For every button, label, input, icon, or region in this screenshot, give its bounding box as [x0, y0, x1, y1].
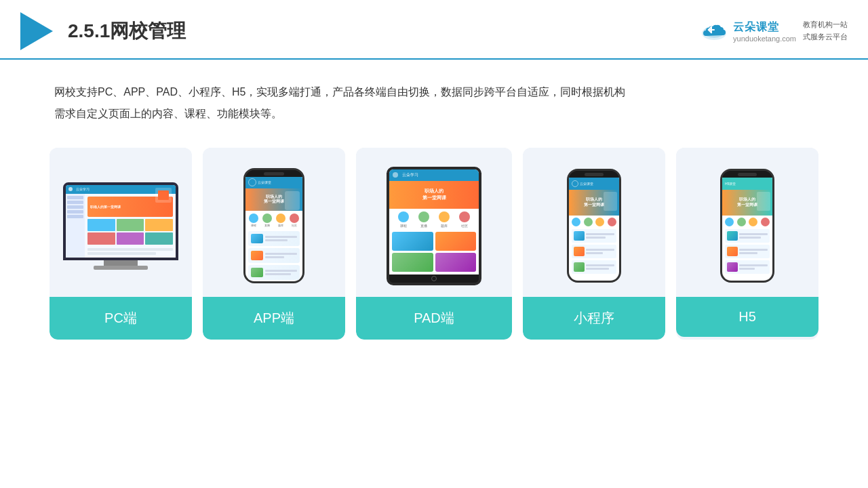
header: 2.5.1网校管理 堂 云朵课堂 yunduoketang.	[0, 0, 868, 60]
card-pad-label: PAD端	[356, 297, 512, 340]
card-app-label: APP端	[203, 297, 345, 340]
pc-monitor: 云朵学习 职场人的	[63, 182, 178, 270]
cloud-icon: 堂	[699, 21, 729, 41]
h5-image-area: H5课堂 职场人的第一堂网课	[676, 148, 818, 297]
card-pad: 云朵学习 职场人的第一堂网课 课程	[356, 148, 512, 340]
description-text: 网校支持PC、APP、PAD、小程序、H5，实现多端打通，产品各终端自由切换，数…	[0, 60, 868, 141]
cards-container: 云朵学习 职场人的	[0, 141, 868, 360]
card-pc: 云朵学习 职场人的	[50, 148, 192, 340]
app-phone: 云朵课堂 职场人的第一堂网课 课程 直播	[243, 168, 304, 283]
logo-triangle-icon	[20, 12, 53, 50]
card-app: 云朵课堂 职场人的第一堂网课 课程 直播	[203, 148, 345, 340]
card-miniapp-label: 小程序	[523, 297, 665, 340]
svg-text:堂: 堂	[718, 30, 724, 36]
miniapp-phone: 云朵课堂 职场人的第一堂网课	[567, 169, 621, 283]
monitor-screen: 云朵学习 职场人的	[66, 185, 176, 258]
brand-logo: 堂 云朵课堂 yunduoketang.com 教育机构一站式服务云平台	[699, 19, 848, 43]
pc-image-area: 云朵学习 职场人的	[50, 148, 192, 297]
pad-image-area: 云朵学习 职场人的第一堂网课 课程	[356, 148, 512, 297]
card-h5: H5课堂 职场人的第一堂网课	[676, 148, 818, 340]
page-title: 2.5.1网校管理	[68, 18, 186, 44]
app-image-area: 云朵课堂 职场人的第一堂网课 课程 直播	[203, 148, 345, 297]
card-miniapp: 云朵课堂 职场人的第一堂网课	[523, 148, 665, 340]
card-pc-label: PC端	[50, 297, 192, 340]
pad-tablet: 云朵学习 职场人的第一堂网课 课程	[387, 167, 481, 285]
header-left: 2.5.1网校管理	[20, 12, 186, 50]
brand-tagline: 教育机构一站式服务云平台	[803, 19, 848, 43]
card-h5-label: H5	[676, 297, 818, 337]
brand-area: 堂 云朵课堂 yunduoketang.com 教育机构一站式服务云平台	[699, 19, 848, 43]
monitor-frame: 云朵学习 职场人的	[63, 182, 178, 260]
h5-phone: H5课堂 职场人的第一堂网课	[720, 169, 774, 283]
brand-name: 云朵课堂 yunduoketang.com	[733, 20, 796, 43]
miniapp-image-area: 云朵课堂 职场人的第一堂网课	[523, 148, 665, 297]
